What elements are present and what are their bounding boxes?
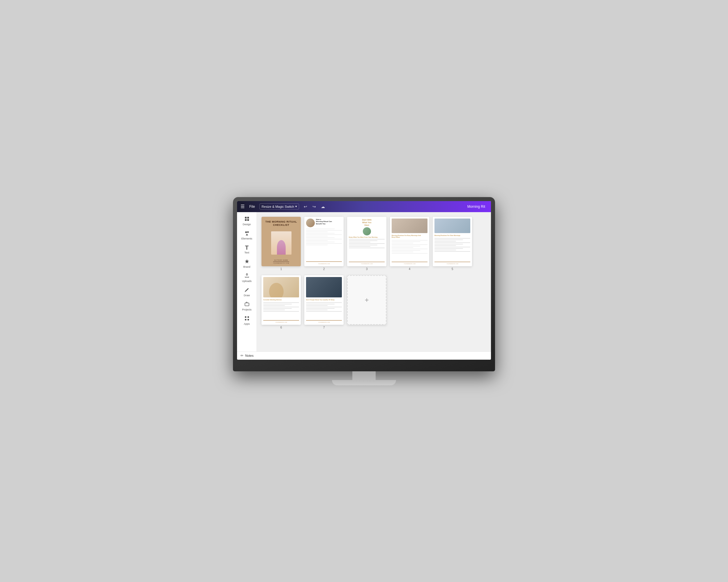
svg-rect-11 <box>248 319 249 321</box>
page7-content: Don't Forget About Your Quality Of Sleep <box>304 275 344 325</box>
page6-content: Consider Ditching Devices <box>261 275 301 325</box>
line <box>349 242 370 242</box>
sidebar-item-brand[interactable]: Brand <box>239 257 255 270</box>
page-thumbnail-6[interactable]: Consider Ditching Devices <box>261 275 301 325</box>
menu-icon[interactable]: ☰ <box>240 204 244 209</box>
page6-body-lines <box>263 302 299 318</box>
page4-accent-bar <box>392 261 427 262</box>
page1-url: YOURWEBSITE.COM <box>273 262 289 264</box>
svg-rect-0 <box>245 217 246 219</box>
line <box>306 308 335 309</box>
notes-icon: ✏ <box>240 354 243 358</box>
page-thumbnail-3[interactable]: Start WithWhat YouHave Enjoy What You Wa… <box>347 217 386 266</box>
line <box>306 242 335 242</box>
page2-url: YOURWEBSITE.COM <box>306 263 342 265</box>
line <box>392 244 427 245</box>
pages-grid: The Morning Ritual Checklist AUTHOR NAME… <box>261 217 486 329</box>
resize-magic-switch-button[interactable]: Resize & Magic Switch ▾ <box>259 203 299 210</box>
svg-rect-7 <box>245 303 249 306</box>
line <box>392 240 427 241</box>
canvas-area[interactable]: The Morning Ritual Checklist AUTHOR NAME… <box>257 212 491 352</box>
sidebar-item-design[interactable]: Design <box>239 215 255 227</box>
page-item-8: + <box>347 275 386 326</box>
line <box>306 229 335 229</box>
line <box>349 245 378 245</box>
sidebar-uploads-label: Uploads <box>242 280 252 282</box>
toolbar-actions: ↩ ↪ ☁ <box>302 203 327 210</box>
line <box>306 236 328 237</box>
page2-heading: How aMorning Ritual CanBenefit You <box>316 219 342 225</box>
line <box>263 311 299 312</box>
sidebar-item-apps[interactable]: Apps <box>239 314 255 327</box>
svg-rect-5 <box>247 231 249 233</box>
toolbar: ☰ File Resize & Magic Switch ▾ ↩ ↪ ☁ Mor… <box>237 201 491 212</box>
uploads-icon <box>244 273 250 279</box>
main-layout: Design Elements T <box>237 212 491 352</box>
page-item-5: Morning Routines For Slow Mornings <box>433 217 472 271</box>
undo-button[interactable]: ↩ <box>302 203 309 210</box>
line <box>435 251 470 252</box>
cloud-save-button[interactable]: ☁ <box>319 203 327 210</box>
sidebar-item-uploads[interactable]: Uploads <box>239 271 255 284</box>
page6-accent-bar <box>263 320 299 321</box>
line <box>435 242 470 243</box>
sidebar-item-text[interactable]: T Text <box>239 243 255 256</box>
document-title: Morning Rit <box>467 204 488 209</box>
sidebar-item-elements[interactable]: Elements <box>239 229 255 242</box>
page2-content: How aMorning Ritual CanBenefit You <box>304 217 344 266</box>
notes-bar[interactable]: ✏ Notes <box>237 352 491 360</box>
line <box>306 302 342 303</box>
page1-image <box>271 231 291 255</box>
line <box>306 311 342 312</box>
line <box>349 240 378 241</box>
svg-rect-8 <box>245 316 246 318</box>
page-thumbnail-5[interactable]: Morning Routines For Slow Mornings <box>433 217 472 266</box>
resize-dropdown-icon: ▾ <box>295 204 297 209</box>
page8-add-content[interactable]: + <box>347 275 386 325</box>
redo-button[interactable]: ↪ <box>311 203 318 210</box>
line <box>392 249 427 249</box>
line <box>306 230 342 231</box>
page2-header: How aMorning Ritual CanBenefit You <box>306 219 342 227</box>
page4-body-lines <box>392 240 427 260</box>
page2-accent-bar <box>306 261 342 262</box>
screen: ☰ File Resize & Magic Switch ▾ ↩ ↪ ☁ Mor… <box>237 201 491 360</box>
page-number-5: 5 <box>452 268 453 271</box>
page5-accent-bar <box>435 261 470 262</box>
line <box>435 238 470 239</box>
page1-title: The Morning Ritual Checklist <box>264 220 298 227</box>
line <box>349 243 385 244</box>
line <box>392 246 420 247</box>
page-thumbnail-1[interactable]: The Morning Ritual Checklist AUTHOR NAME… <box>261 217 301 266</box>
sidebar-design-label: Design <box>242 223 251 226</box>
svg-rect-1 <box>247 217 249 219</box>
pages-row-1: The Morning Ritual Checklist AUTHOR NAME… <box>261 217 486 271</box>
line <box>435 241 456 242</box>
line <box>306 233 335 234</box>
line <box>435 250 456 250</box>
svg-rect-9 <box>248 316 249 318</box>
page6-image <box>263 277 299 297</box>
svg-rect-2 <box>245 219 246 221</box>
page1-author: AUTHOR NAME <box>273 259 289 261</box>
notes-label: Notes <box>245 354 254 357</box>
sidebar: Design Elements T <box>237 212 257 352</box>
line <box>263 302 299 303</box>
page3-body-lines: Enjoy What You Want From Your Morning <box>349 236 385 260</box>
page-thumbnail-7[interactable]: Don't Forget About Your Quality Of Sleep <box>304 275 344 325</box>
line <box>306 240 328 241</box>
page-thumbnail-4[interactable]: Morning Routines For Busy Mornings AndBu… <box>390 217 429 266</box>
line <box>306 305 328 306</box>
page5-url: YOURWEBSITE.COM <box>435 263 470 265</box>
svg-point-4 <box>245 231 247 233</box>
sidebar-item-projects[interactable]: Projects <box>239 300 255 313</box>
page-thumbnail-add[interactable]: + <box>347 275 386 325</box>
page4-url: YOURWEBSITE.COM <box>392 263 427 265</box>
file-button[interactable]: File <box>248 204 257 210</box>
monitor-stand-base <box>332 380 396 385</box>
sidebar-item-draw[interactable]: Draw <box>239 285 255 299</box>
sidebar-apps-label: Apps <box>244 323 250 325</box>
page1-content: The Morning Ritual Checklist AUTHOR NAME… <box>261 217 301 266</box>
page-thumbnail-2[interactable]: How aMorning Ritual CanBenefit You <box>304 217 344 266</box>
line <box>306 232 328 232</box>
